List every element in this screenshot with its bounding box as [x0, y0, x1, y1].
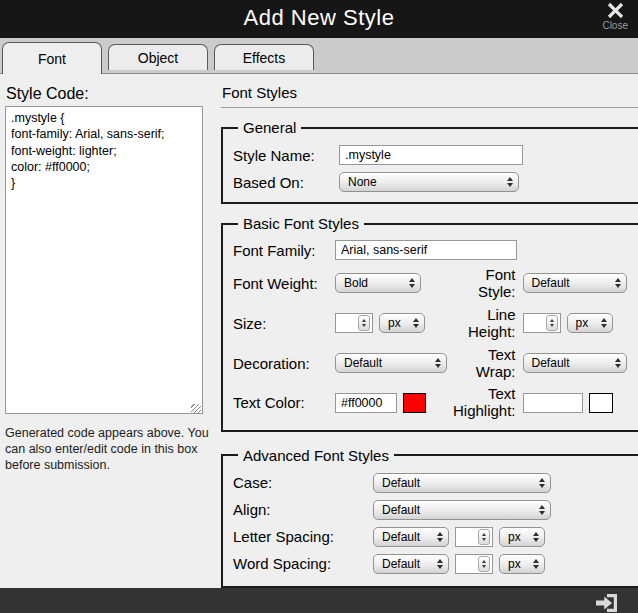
text-wrap-label: Text Wrap: — [453, 346, 523, 380]
select-updown-icon — [539, 478, 545, 488]
font-style-select[interactable]: Default — [523, 273, 627, 293]
submit-button[interactable]: Submit — [590, 593, 624, 613]
letter-spacing-unit-value: px — [508, 530, 521, 544]
word-spacing-unit-select[interactable]: px — [499, 554, 545, 574]
select-updown-icon — [413, 318, 419, 328]
case-select[interactable]: Default — [373, 473, 551, 493]
tab-font[interactable]: Font — [2, 42, 102, 74]
stepper-updown-icon — [478, 529, 490, 545]
letter-spacing-value: Default — [382, 530, 420, 544]
letter-spacing-select[interactable]: Default — [373, 527, 449, 547]
font-style-value: Default — [532, 276, 570, 290]
based-on-select[interactable]: None — [339, 172, 519, 192]
text-color-label: Text Color: — [233, 394, 335, 411]
select-updown-icon — [437, 532, 443, 542]
select-updown-icon — [437, 559, 443, 569]
line-height-unit-value: px — [576, 316, 589, 330]
size-label: Size: — [233, 315, 335, 332]
footer-bar: Submit — [0, 588, 638, 613]
select-updown-icon — [615, 278, 621, 288]
close-button[interactable]: Close — [602, 2, 628, 31]
word-spacing-stepper[interactable] — [455, 554, 493, 574]
style-code-label: Style Code: — [6, 85, 205, 103]
general-legend: General — [238, 119, 301, 136]
line-height-stepper[interactable] — [523, 313, 561, 333]
general-fieldset: General Style Name: Based On: None — [221, 119, 638, 204]
tab-effects[interactable]: Effects — [214, 44, 314, 70]
dialog-body: Style Code: .mystyle { font-family: Aria… — [0, 74, 638, 588]
add-new-style-dialog: Add New Style Close Font Object Effects … — [0, 0, 638, 613]
select-updown-icon — [601, 318, 607, 328]
stepper-updown-icon — [358, 315, 370, 331]
select-updown-icon — [435, 358, 441, 368]
tab-font-label: Font — [38, 51, 66, 67]
based-on-label: Based On: — [233, 174, 339, 191]
decoration-label: Decoration: — [233, 355, 335, 372]
style-code-panel: Style Code: .mystyle { font-family: Aria… — [5, 82, 205, 588]
text-highlight-label: Text Highlight: — [453, 386, 523, 420]
submit-icon — [595, 593, 619, 613]
text-highlight-input[interactable] — [523, 393, 583, 413]
based-on-value: None — [348, 175, 377, 189]
basic-legend: Basic Font Styles — [238, 215, 364, 232]
tab-object[interactable]: Object — [108, 44, 208, 70]
decoration-value: Default — [344, 356, 382, 370]
align-label: Align: — [233, 501, 373, 518]
select-updown-icon — [533, 532, 539, 542]
style-name-label: Style Name: — [233, 147, 339, 164]
size-stepper[interactable] — [335, 313, 373, 333]
size-unit-select[interactable]: px — [379, 313, 425, 333]
font-style-label: Font Style: — [453, 266, 523, 300]
dialog-header: Add New Style Close — [0, 0, 638, 38]
align-value: Default — [382, 503, 420, 517]
select-updown-icon — [539, 505, 545, 515]
word-spacing-unit-value: px — [508, 557, 521, 571]
text-color-input[interactable] — [335, 393, 397, 413]
size-unit-value: px — [388, 316, 401, 330]
letter-spacing-label: Letter Spacing: — [233, 528, 373, 545]
align-select[interactable]: Default — [373, 500, 551, 520]
case-label: Case: — [233, 474, 373, 491]
style-name-input[interactable] — [339, 145, 523, 165]
advanced-font-styles-fieldset: Advanced Font Styles Case: Default Align… — [221, 447, 638, 588]
select-updown-icon — [533, 559, 539, 569]
font-styles-heading: Font Styles — [221, 82, 638, 108]
case-value: Default — [382, 476, 420, 490]
line-height-unit-select[interactable]: px — [567, 313, 613, 333]
select-updown-icon — [615, 358, 621, 368]
select-updown-icon — [507, 177, 513, 187]
font-family-label: Font Family: — [233, 242, 335, 259]
word-spacing-select[interactable]: Default — [373, 554, 449, 574]
text-wrap-select[interactable]: Default — [523, 353, 627, 373]
text-color-swatch[interactable] — [403, 393, 426, 413]
tab-object-label: Object — [138, 50, 178, 66]
stepper-updown-icon — [478, 556, 490, 572]
font-weight-select[interactable]: Bold — [335, 273, 421, 293]
close-icon — [607, 2, 624, 19]
text-wrap-value: Default — [532, 356, 570, 370]
dialog-title: Add New Style — [0, 0, 638, 36]
word-spacing-label: Word Spacing: — [233, 555, 373, 572]
tab-effects-label: Effects — [243, 50, 286, 66]
word-spacing-value: Default — [382, 557, 420, 571]
advanced-legend: Advanced Font Styles — [238, 447, 394, 464]
font-family-input[interactable] — [335, 240, 517, 260]
font-weight-label: Font Weight: — [233, 275, 335, 292]
tab-bar: Font Object Effects — [0, 38, 638, 74]
letter-spacing-stepper[interactable] — [455, 527, 493, 547]
close-label: Close — [602, 20, 628, 31]
letter-spacing-unit-select[interactable]: px — [499, 527, 545, 547]
code-note: Generated code appears above. You can al… — [5, 425, 211, 473]
basic-font-styles-fieldset: Basic Font Styles Font Family: Font Weig… — [221, 215, 638, 432]
line-height-label: Line Height: — [453, 306, 523, 340]
stepper-updown-icon — [546, 315, 558, 331]
font-styles-panel: Font Styles General Style Name: Based On… — [221, 82, 638, 588]
font-weight-value: Bold — [344, 276, 368, 290]
decoration-select[interactable]: Default — [335, 353, 447, 373]
style-code-textarea[interactable]: .mystyle { font-family: Arial, sans-seri… — [5, 106, 203, 414]
text-highlight-swatch[interactable] — [589, 393, 613, 413]
select-updown-icon — [409, 278, 415, 288]
